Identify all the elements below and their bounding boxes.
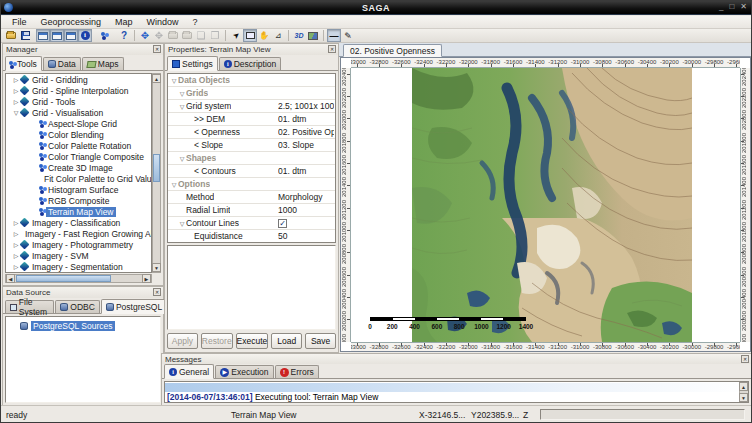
tree-item-rgb-composite[interactable]: RGB Composite bbox=[6, 195, 151, 206]
contour-lines-checkbox[interactable]: ✓ bbox=[278, 219, 287, 228]
minimize-button[interactable]: _ bbox=[719, 2, 723, 11]
tree-item-imagery-photogrammetry[interactable]: ▷Imagery - Photogrammetry bbox=[6, 239, 151, 250]
tree-item-imagery-classification[interactable]: ▷Imagery - Classification bbox=[6, 217, 151, 228]
map-canvas[interactable]: 0200400600800100012001400 bbox=[351, 68, 740, 342]
category-icon bbox=[20, 251, 30, 261]
property-row[interactable]: MethodMorphology bbox=[168, 191, 335, 204]
zoom-full-extent-button[interactable]: ✥ bbox=[138, 29, 152, 42]
data-source-tab-postgresql[interactable]: PostgreSQL bbox=[101, 299, 167, 314]
map-paste-button[interactable]: ❐ bbox=[208, 29, 222, 42]
zoom-previous-button[interactable]: ✥ bbox=[152, 29, 166, 42]
zoom-tool-button[interactable] bbox=[243, 29, 257, 42]
properties-tab-description[interactable]: iDescription bbox=[219, 57, 282, 70]
save-map-image-button[interactable] bbox=[306, 29, 320, 42]
tree-item-imagery-svm[interactable]: ▷Imagery - SVM bbox=[6, 250, 151, 261]
data-source-tab-odbc[interactable]: ODBC bbox=[55, 300, 100, 313]
manager-tab-tools[interactable]: Tools bbox=[5, 56, 42, 71]
toggle-data-source-panel-button[interactable] bbox=[50, 29, 64, 42]
tree-horizontal-scrollbar[interactable]: ◀ ▶ bbox=[5, 274, 152, 283]
messages-close-icon[interactable]: ✕ bbox=[741, 355, 749, 363]
menu-window[interactable]: Window bbox=[140, 17, 186, 27]
view-3d-button[interactable]: 3D bbox=[292, 29, 306, 42]
tree-item-grid-visualisation[interactable]: ▽Grid - Visualisation bbox=[6, 107, 151, 118]
messages-scrollbar[interactable]: ▲ ▼ bbox=[739, 382, 748, 402]
property-row[interactable]: < Contours01. dtm bbox=[168, 165, 335, 178]
tree-item-terrain-map-view[interactable]: Terrain Map View bbox=[6, 206, 151, 217]
tree-item-histogram-surface[interactable]: Histogram Surface bbox=[6, 184, 151, 195]
tree-item-color-palette-rotation[interactable]: Color Palette Rotation bbox=[6, 140, 151, 151]
menu-geoprocessing[interactable]: Geoprocessing bbox=[34, 17, 109, 27]
property-row[interactable]: Radial Limit1000 bbox=[168, 204, 335, 217]
tree-item-fit-color-palette-to-grid-values[interactable]: Fit Color Palette to Grid Values bbox=[6, 173, 151, 184]
database-icon bbox=[20, 322, 28, 330]
maximize-button[interactable]: □ bbox=[729, 2, 734, 11]
tree-item-grid-gridding[interactable]: ▷Grid - Gridding bbox=[6, 74, 151, 85]
pointer-tool-button[interactable]: ➤ bbox=[229, 29, 243, 42]
tree-item-imagery-segmentation[interactable]: ▷Imagery - Segmentation bbox=[6, 261, 151, 272]
restore-button: Restore bbox=[201, 333, 233, 349]
properties-panel-title: Properties: Terrain Map View ✕ bbox=[165, 44, 338, 55]
menu-?[interactable]: ? bbox=[186, 17, 205, 27]
toggle-messages-panel-icon bbox=[66, 32, 76, 40]
data-source-close-icon[interactable]: ✕ bbox=[153, 288, 161, 296]
property-row[interactable]: Equidistance50 bbox=[168, 230, 335, 243]
tree-item-color-blending[interactable]: Color Blending bbox=[6, 129, 151, 140]
help-button[interactable]: ? bbox=[117, 29, 131, 42]
category-icon bbox=[20, 75, 30, 85]
category-icon bbox=[20, 97, 30, 107]
tool-chain-button[interactable] bbox=[97, 29, 111, 42]
tree-item-aspect-slope-grid[interactable]: Aspect-Slope Grid bbox=[6, 118, 151, 129]
measure-tool-button[interactable]: ⊿ bbox=[271, 29, 285, 42]
toggle-manager-panel-button[interactable] bbox=[36, 29, 50, 42]
property-row[interactable]: < Openness02. Positive Openness bbox=[168, 126, 335, 139]
help-icon: ? bbox=[121, 30, 127, 41]
tree-item-create-3d-image[interactable]: Create 3D Image bbox=[6, 162, 151, 173]
pan-tool-button[interactable]: ✋ bbox=[257, 29, 271, 42]
category-icon bbox=[20, 240, 30, 250]
open-file-button[interactable] bbox=[4, 29, 18, 42]
tree-vertical-scrollbar[interactable]: ▲ ▼ bbox=[152, 73, 161, 273]
map-tab[interactable]: 02. Positive Openness bbox=[343, 44, 442, 57]
tree-item-grid-tools[interactable]: ▷Grid - Tools bbox=[6, 96, 151, 107]
messages-tab-general[interactable]: iGeneral bbox=[164, 364, 214, 379]
parameter-description-box bbox=[167, 245, 336, 330]
terrain-map-image[interactable] bbox=[412, 68, 692, 342]
title-bar[interactable]: SAGA _ □ ✕ bbox=[1, 1, 751, 15]
messages-tab-execution[interactable]: ▶Execution bbox=[215, 365, 273, 378]
tool-icon bbox=[39, 186, 43, 190]
manager-close-icon[interactable]: ✕ bbox=[153, 45, 161, 53]
save-button[interactable]: Save bbox=[305, 333, 336, 349]
map-add-layer-button[interactable] bbox=[166, 29, 180, 42]
map-copy-icon: ❏ bbox=[197, 30, 206, 41]
line-style-button[interactable]: — bbox=[327, 29, 341, 42]
property-row[interactable]: ▽Grid system2.5; 1001x 1001y; -32500 bbox=[168, 100, 335, 113]
map-copy-button[interactable]: ❏ bbox=[194, 29, 208, 42]
map-window: 02. Positive Openness -33000-32800-32600… bbox=[339, 43, 752, 353]
manager-tab-maps[interactable]: Maps bbox=[82, 57, 124, 70]
toggle-messages-panel-button[interactable] bbox=[64, 29, 78, 42]
messages-tab-errors[interactable]: !Errors bbox=[275, 365, 319, 378]
tree-item-grid-spline-interpolation[interactable]: ▷Grid - Spline Interpolation bbox=[6, 85, 151, 96]
menu-map[interactable]: Map bbox=[108, 17, 140, 27]
close-button[interactable]: ✕ bbox=[740, 2, 747, 11]
data-source-item-postgresql-sources[interactable]: PostgreSQL Sources bbox=[6, 320, 160, 331]
load-button[interactable]: Load bbox=[271, 333, 302, 349]
property-row[interactable]: < Slope03. Slope bbox=[168, 139, 335, 152]
map-save-icon bbox=[182, 32, 192, 39]
tree-item-imagery-fast-region-growing-al[interactable]: ▷Imagery - Fast Region Growing Al bbox=[6, 228, 151, 239]
messages-selected-row[interactable] bbox=[165, 383, 748, 392]
map-save-button[interactable] bbox=[180, 29, 194, 42]
execute-button[interactable]: Execute bbox=[236, 333, 269, 349]
manager-tab-data[interactable]: Data bbox=[43, 57, 81, 70]
pen-tool-button[interactable]: ✎ bbox=[341, 29, 355, 42]
zoom-tool-icon bbox=[246, 32, 255, 39]
save-button[interactable] bbox=[18, 29, 32, 42]
tree-item-color-triangle-composite[interactable]: Color Triangle Composite bbox=[6, 151, 151, 162]
properties-close-icon[interactable]: ✕ bbox=[328, 45, 336, 53]
toggle-properties-panel-button[interactable]: i bbox=[78, 29, 92, 42]
property-row[interactable]: ▽Contour Lines✓ bbox=[168, 217, 335, 230]
menu-file[interactable]: File bbox=[5, 17, 34, 27]
data-source-tab-file-system[interactable]: File System bbox=[5, 300, 54, 313]
properties-tab-settings[interactable]: Settings bbox=[167, 56, 218, 71]
property-row[interactable]: >> DEM01. dtm bbox=[168, 113, 335, 126]
